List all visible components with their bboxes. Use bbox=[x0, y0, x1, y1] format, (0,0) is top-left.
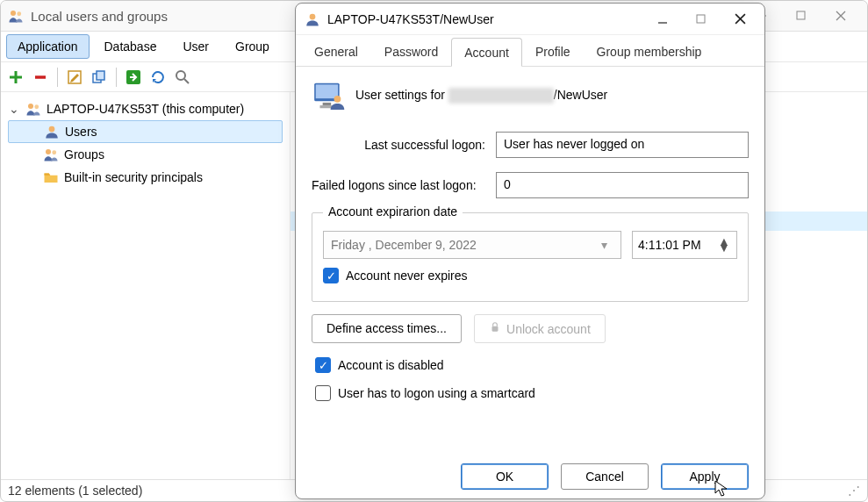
menu-user[interactable]: User bbox=[171, 34, 220, 59]
calendar-dropdown-icon[interactable]: ▾ bbox=[594, 238, 613, 252]
last-logon-label: Last successful logon: bbox=[312, 138, 496, 152]
lock-icon bbox=[489, 322, 501, 336]
dialog-maximize-button[interactable] bbox=[685, 8, 717, 31]
smartcard-label: User has to logon using a smartcard bbox=[338, 386, 535, 400]
never-expires-checkbox[interactable]: ✓ Account never expires bbox=[323, 268, 737, 283]
clone-button[interactable] bbox=[90, 68, 109, 87]
unlock-account-button: Unlock account bbox=[474, 314, 606, 343]
dialog-close-button[interactable] bbox=[724, 8, 756, 31]
monitor-user-icon bbox=[312, 79, 345, 112]
account-disabled-label: Account is disabled bbox=[338, 358, 444, 372]
user-settings-suffix: /NewUser bbox=[554, 88, 607, 102]
expiration-fieldset: Account expirarion date Friday , Decembe… bbox=[312, 212, 749, 302]
add-button[interactable] bbox=[6, 68, 25, 87]
menu-application[interactable]: Application bbox=[6, 34, 90, 59]
tab-general[interactable]: General bbox=[301, 37, 371, 66]
expiration-legend: Account expirarion date bbox=[323, 204, 463, 219]
last-logon-field[interactable]: User has never logged on bbox=[496, 132, 749, 158]
refresh-button[interactable] bbox=[148, 68, 168, 87]
dialog-titlebar: LAPTOP-U47KS53T/NewUser bbox=[296, 4, 764, 35]
expiration-time-field[interactable]: 4:11:01 PM ▲▼ bbox=[632, 231, 737, 259]
dialog-body: User settings for /NewUser Last successf… bbox=[296, 67, 764, 401]
redacted-path bbox=[448, 88, 554, 104]
never-expires-label: Account never expires bbox=[346, 269, 468, 283]
svg-rect-11 bbox=[97, 71, 104, 80]
apply-button[interactable]: Apply bbox=[661, 463, 749, 490]
status-text: 12 elements (1 selected) bbox=[8, 484, 142, 498]
tree-users-label: Users bbox=[65, 125, 97, 139]
menu-database[interactable]: Database bbox=[93, 34, 169, 59]
toolbar-separator bbox=[116, 68, 117, 87]
cancel-button[interactable]: Cancel bbox=[561, 463, 649, 490]
svg-point-13 bbox=[176, 71, 185, 80]
user-icon bbox=[305, 11, 320, 27]
time-spinner[interactable]: ▲▼ bbox=[717, 239, 731, 251]
edit-button[interactable] bbox=[65, 68, 84, 87]
parent-close-button[interactable] bbox=[821, 3, 860, 29]
tree-root-label: LAPTOP-U47KS53T (this computer) bbox=[47, 102, 244, 116]
tree-groups-label: Groups bbox=[64, 147, 104, 161]
ok-button[interactable]: OK bbox=[461, 463, 549, 490]
remove-button[interactable] bbox=[31, 68, 50, 87]
tab-password[interactable]: Password bbox=[371, 37, 451, 66]
unlock-label: Unlock account bbox=[506, 322, 591, 336]
svg-rect-8 bbox=[797, 11, 805, 19]
computer-users-icon bbox=[25, 101, 41, 117]
tab-group-membership[interactable]: Group membership bbox=[584, 37, 715, 66]
account-disabled-checkbox[interactable]: ✓ Account is disabled bbox=[315, 357, 749, 373]
user-properties-dialog: LAPTOP-U47KS53T/NewUser General Password… bbox=[295, 3, 765, 499]
dialog-footer: OK Cancel Apply bbox=[461, 463, 749, 490]
app-icon bbox=[8, 8, 24, 24]
tree-item-builtin[interactable]: Built-in security principals bbox=[8, 166, 283, 189]
define-access-times-button[interactable]: Define access times... bbox=[312, 314, 462, 343]
tab-profile[interactable]: Profile bbox=[522, 37, 584, 66]
search-button[interactable] bbox=[173, 68, 192, 87]
dialog-title: LAPTOP-U47KS53T/NewUser bbox=[327, 12, 647, 26]
expiration-date-value: Friday , December 9, 2022 bbox=[331, 238, 594, 252]
folder-icon bbox=[43, 169, 59, 185]
failed-logons-label: Failed logons since last logon: bbox=[312, 178, 496, 192]
menu-group[interactable]: Group bbox=[224, 34, 281, 59]
tree-root[interactable]: ⌄ LAPTOP-U47KS53T (this computer) bbox=[8, 97, 283, 120]
resize-grip-icon[interactable]: ⋰ bbox=[848, 484, 860, 498]
groups-icon bbox=[43, 147, 59, 162]
failed-logons-field[interactable]: 0 bbox=[496, 172, 749, 198]
checkbox-empty-icon bbox=[315, 385, 331, 401]
checkmark-icon: ✓ bbox=[323, 268, 339, 283]
tree-item-users[interactable]: Users bbox=[8, 120, 283, 143]
user-icon bbox=[44, 124, 60, 140]
toolbar-separator bbox=[57, 68, 58, 87]
user-settings-heading: User settings for /NewUser bbox=[355, 88, 607, 104]
checkmark-icon: ✓ bbox=[315, 357, 331, 373]
dialog-minimize-button[interactable] bbox=[647, 8, 678, 31]
parent-maximize-button[interactable] bbox=[781, 3, 821, 29]
chevron-down-icon[interactable]: ⌄ bbox=[8, 102, 20, 116]
tab-account[interactable]: Account bbox=[451, 38, 522, 67]
tree-builtin-label: Built-in security principals bbox=[64, 170, 203, 184]
go-button[interactable] bbox=[124, 68, 143, 87]
tree-item-groups[interactable]: Groups bbox=[8, 143, 283, 166]
smartcard-checkbox[interactable]: User has to logon using a smartcard bbox=[315, 385, 749, 401]
expiration-time-value: 4:11:01 PM bbox=[638, 238, 701, 252]
svg-rect-14 bbox=[697, 15, 705, 23]
expiration-date-picker[interactable]: Friday , December 9, 2022 ▾ bbox=[323, 231, 621, 259]
dialog-tabs: General Password Account Profile Group m… bbox=[296, 35, 764, 67]
tree-panel: ⌄ LAPTOP-U47KS53T (this computer) Users … bbox=[1, 92, 291, 479]
user-settings-prefix: User settings for bbox=[355, 88, 448, 102]
